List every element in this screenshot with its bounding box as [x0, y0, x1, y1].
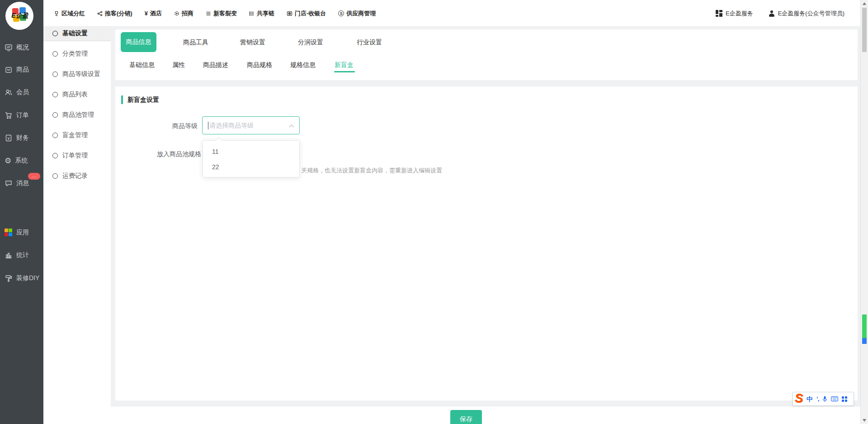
pool-spec-note: 关规格，也无法设置新盲盒内容，需重新进入编辑设置: [301, 167, 442, 175]
app-window: E企盈 概况 商品 会员 订单 ¥ 财务 ⚙ 系统 消息 ...: [0, 0, 868, 424]
main-sidebar: E企盈 概况 商品 会员 订单 ¥ 财务 ⚙ 系统 消息 ...: [0, 0, 43, 424]
radio-circle-icon: [52, 133, 58, 138]
subnav-item-category[interactable]: 分类管理: [43, 46, 111, 62]
radio-circle-icon: [52, 173, 58, 179]
subtab-new-blind-box[interactable]: 新盲盒: [335, 58, 354, 71]
subtab-spec-info[interactable]: 规格信息: [290, 58, 316, 71]
ime-punct-toggle[interactable]: ’,: [816, 396, 819, 402]
system-gear-icon: ⚙: [5, 157, 11, 165]
radio-circle-icon: [52, 153, 58, 158]
topnav-item-share-chain[interactable]: 共享链: [249, 10, 274, 18]
topnav-item-hotel[interactable]: ¥ 酒店: [145, 10, 162, 18]
sidebar-item-label: 会员: [16, 88, 29, 96]
subnav-label: 基础设置: [62, 29, 88, 38]
topnav-label: 供应商管理: [346, 10, 376, 18]
ime-mic-icon[interactable]: [822, 396, 827, 402]
ime-keyboard-icon[interactable]: [831, 396, 838, 401]
trophy-icon: [54, 11, 59, 16]
goods-level-select[interactable]: 请选择商品等级: [202, 116, 300, 134]
service-menu[interactable]: E企盈服务: [716, 10, 753, 18]
subnav-item-goods-pool[interactable]: 商品池管理: [43, 107, 111, 123]
sidebar-item-label: 财务: [16, 134, 29, 142]
tab-marketing-settings[interactable]: 营销设置: [230, 32, 275, 52]
goods-icon: [5, 66, 13, 74]
orders-icon: [5, 111, 13, 119]
sidebar-item-label: 应用: [16, 229, 29, 237]
tab-goods-info[interactable]: 商品信息: [121, 32, 156, 52]
sidebar-item-messages[interactable]: 消息 ...: [5, 173, 43, 193]
section-title: 新盲盒设置: [127, 96, 159, 104]
topnav-item-store-pos[interactable]: 门店-收银台: [287, 10, 326, 18]
sidebar-item-system[interactable]: ⚙ 系统: [5, 151, 43, 171]
ime-toolbox-icon[interactable]: [842, 396, 847, 402]
topbar-right: E企盈服务 E企盈服务(公众号管理员): [716, 0, 844, 27]
subnav-label: 分类管理: [62, 50, 88, 58]
scrollbar-green-marker: [862, 314, 867, 338]
ime-lang-toggle[interactable]: 中: [807, 396, 813, 402]
menu-lines-icon: [206, 11, 211, 16]
logo-text: E企盈: [8, 12, 32, 20]
scrollbar-thumb[interactable]: [862, 8, 867, 52]
topnav-item-investment[interactable]: 招商: [174, 10, 193, 18]
share-icon: [97, 11, 103, 16]
sidebar-item-stats[interactable]: 统计: [5, 245, 43, 265]
blind-box-settings-panel: 新盲盒设置 商品等级 请选择商品等级 11 22 放入商品池规格 关规格，也无法…: [115, 86, 858, 400]
sidebar-item-orders[interactable]: 订单: [5, 105, 43, 125]
supplier-icon: S: [338, 10, 344, 16]
sidebar-item-label: 概况: [16, 43, 29, 52]
sidebar-item-goods[interactable]: 商品: [5, 60, 43, 80]
members-icon: [5, 88, 13, 96]
scroll-down-arrow-icon[interactable]: [863, 419, 866, 422]
list-icon: [249, 11, 255, 16]
sidebar-item-label: 消息: [16, 179, 29, 187]
pos-icon: [287, 11, 292, 16]
topnav-item-region-bonus[interactable]: 区域分红: [54, 10, 85, 18]
tab-industry-settings[interactable]: 行业设置: [347, 32, 392, 52]
subnav-item-goods-level[interactable]: 商品等级设置: [43, 67, 111, 82]
topnav-item-promoter[interactable]: 推客(分销): [97, 10, 132, 18]
tab-goods-tools[interactable]: 商品工具: [173, 32, 218, 52]
page-scrollbar[interactable]: [860, 0, 868, 424]
sogou-logo-icon[interactable]: S: [795, 392, 803, 404]
sidebar-item-members[interactable]: 会员: [5, 82, 43, 102]
topbar: 区域分红 推客(分销) ¥ 酒店 招商 新客裂变 共享链: [43, 0, 868, 27]
scroll-up-arrow-icon[interactable]: [863, 2, 866, 5]
sidebar-item-overview[interactable]: 概况: [5, 38, 43, 57]
text-caret: [208, 122, 208, 129]
topnav-item-fission[interactable]: 新客裂变: [206, 10, 237, 18]
dropdown-option[interactable]: 11: [203, 144, 299, 159]
sidebar-item-label: 商品: [16, 66, 29, 74]
yen-icon: ¥: [145, 10, 148, 17]
subnav-label: 商品列表: [62, 91, 88, 99]
subnav-item-basic-settings[interactable]: 基础设置: [43, 26, 111, 41]
tabs-card: 商品信息 商品工具 营销设置 分润设置 行业设置 基础信息 属性 商品描述 商品…: [115, 29, 858, 80]
tab-profit-settings[interactable]: 分润设置: [288, 32, 333, 52]
select-placeholder: 请选择商品等级: [209, 122, 254, 130]
ime-toolbar: S 中 ’,: [793, 392, 854, 406]
topnav-item-supplier[interactable]: S 供应商管理: [338, 10, 376, 18]
save-button[interactable]: 保存: [450, 410, 482, 424]
subtab-attributes[interactable]: 属性: [172, 58, 185, 71]
service-label: E企盈服务: [726, 10, 753, 18]
subnav-item-goods-list[interactable]: 商品列表: [43, 87, 111, 102]
radio-circle-icon: [52, 51, 58, 57]
subtab-goods-spec[interactable]: 商品规格: [247, 58, 272, 71]
svg-text:¥: ¥: [7, 136, 10, 141]
dropdown-option[interactable]: 22: [203, 159, 299, 175]
sidebar-item-finance[interactable]: ¥ 财务: [5, 128, 43, 148]
topnav-label: 新客裂变: [213, 10, 237, 18]
topnav-label: 招商: [182, 10, 193, 18]
subnav-item-order-mgmt[interactable]: 订单管理: [43, 148, 111, 163]
active-subtab-underline: [334, 71, 355, 72]
account-menu[interactable]: E企盈服务(公众号管理员): [769, 10, 844, 18]
sidebar-item-diy[interactable]: 装修DIY: [5, 268, 43, 288]
subnav-item-freight-record[interactable]: 运费记录: [43, 168, 111, 184]
subtab-basic-info[interactable]: 基础信息: [129, 58, 155, 71]
overview-icon: [5, 43, 13, 52]
goods-level-label: 商品等级: [152, 122, 198, 130]
sidebar-item-apps[interactable]: 应用: [5, 223, 43, 243]
account-label: E企盈服务(公众号管理员): [778, 10, 844, 18]
brand-logo[interactable]: E企盈: [5, 2, 33, 30]
subnav-item-blind-box[interactable]: 盲盒管理: [43, 128, 111, 143]
subtab-goods-description[interactable]: 商品描述: [203, 58, 228, 71]
